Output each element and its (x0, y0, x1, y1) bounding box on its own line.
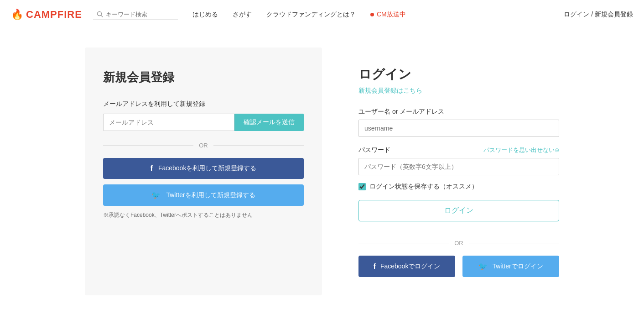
email-input[interactable] (103, 114, 234, 131)
twitter-login-icon: 🐦 (478, 262, 488, 271)
or-line-login-right (469, 243, 559, 243)
password-label: パスワード (358, 146, 390, 154)
username-input[interactable] (358, 120, 559, 137)
facebook-icon: f (151, 164, 153, 173)
social-disclaimer: ※承認なくFacebook、Twitterへポストすることはありません (103, 211, 304, 219)
or-line-right (213, 145, 304, 146)
nav-hajimeru[interactable]: はじめる (192, 10, 218, 19)
send-confirmation-button[interactable]: 確認メールを送信 (234, 114, 304, 131)
logo-text: CAMPFIRE (26, 9, 82, 21)
cm-label: CM放送中 (377, 10, 406, 19)
facebook-register-button[interactable]: f Facebookを利用して新規登録する (103, 158, 304, 179)
password-input[interactable] (358, 158, 559, 175)
svg-line-1 (101, 16, 103, 17)
cm-dot-icon (370, 13, 374, 16)
flame-icon: 🔥 (11, 9, 23, 21)
search-icon (97, 11, 103, 17)
or-line-login-left (358, 243, 449, 243)
twitter-login-button[interactable]: 🐦 Twitterでログイン (462, 256, 559, 277)
facebook-login-icon: f (374, 262, 376, 271)
or-divider-register: OR (103, 142, 304, 149)
twitter-register-label: Twitterを利用して新規登録する (166, 191, 255, 199)
or-text-register: OR (199, 142, 208, 149)
remember-me-row: ログイン状態を保存する（オススメ） (358, 183, 559, 191)
remember-me-checkbox[interactable] (358, 183, 366, 190)
main-content: 新規会員登録 メールアドレスを利用して新規登録 確認メールを送信 OR f Fa… (48, 29, 596, 314)
username-label: ユーザー名 or メールアドレス (358, 108, 444, 116)
facebook-login-label: Facebookでログイン (380, 262, 440, 271)
main-nav: はじめる さがす クラウドファンディングとは？ CM放送中 (192, 10, 564, 19)
email-section-label: メールアドレスを利用して新規登録 (103, 100, 304, 108)
username-label-row: ユーザー名 or メールアドレス (358, 108, 559, 116)
register-title: 新規会員登録 (103, 69, 304, 85)
login-panel: ログイン 新規会員登録はこちら ユーザー名 or メールアドレス パスワード パ… (358, 47, 559, 295)
twitter-icon: 🐦 (151, 191, 161, 199)
login-button[interactable]: ログイン (358, 200, 559, 221)
facebook-login-button[interactable]: f Facebookでログイン (358, 256, 455, 277)
login-social-row: f Facebookでログイン 🐦 Twitterでログイン (358, 256, 559, 277)
password-label-row: パスワード パスワードを思い出せない⊙ (358, 146, 559, 154)
remember-me-label: ログイン状態を保存する（オススメ） (369, 183, 478, 191)
nav-crowdfunding[interactable]: クラウドファンディングとは？ (266, 10, 356, 19)
or-divider-login: OR (358, 240, 559, 246)
register-here-link[interactable]: 新規会員登録はこちら (358, 87, 559, 95)
cm-badge[interactable]: CM放送中 (370, 10, 406, 19)
or-line-left (103, 145, 193, 146)
login-register-link[interactable]: ログイン / 新規会員登録 (564, 10, 633, 19)
email-form-row: 確認メールを送信 (103, 114, 304, 131)
twitter-register-button[interactable]: 🐦 Twitterを利用して新規登録する (103, 184, 304, 206)
search-box (93, 9, 178, 20)
or-text-login: OR (454, 240, 463, 246)
forgot-password-link[interactable]: パスワードを思い出せない⊙ (483, 146, 559, 154)
nav-sagasu[interactable]: さがす (233, 10, 252, 19)
twitter-login-label: Twitterでログイン (492, 262, 543, 271)
search-input[interactable] (106, 11, 174, 18)
register-panel: 新規会員登録 メールアドレスを利用して新規登録 確認メールを送信 OR f Fa… (85, 47, 322, 295)
facebook-register-label: Facebookを利用して新規登録する (158, 164, 256, 173)
header: 🔥 CAMPFIRE はじめる さがす クラウドファンディングとは？ CM放送中… (0, 0, 644, 29)
logo-link[interactable]: 🔥 CAMPFIRE (11, 9, 82, 21)
login-title: ログイン (358, 66, 559, 83)
